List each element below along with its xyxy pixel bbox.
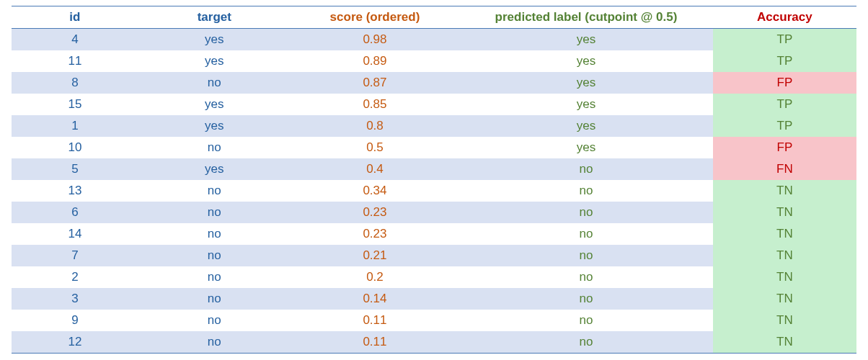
- cell-id: 7: [12, 245, 138, 266]
- cell-id: 8: [12, 72, 138, 94]
- cell-id: 5: [12, 158, 138, 180]
- cell-score: 0.2: [291, 266, 459, 288]
- cell-accuracy: TP: [713, 50, 856, 72]
- cell-id: 6: [12, 202, 138, 223]
- cell-target: no: [138, 266, 291, 288]
- cell-accuracy: TN: [713, 223, 856, 245]
- cell-id: 13: [12, 180, 138, 202]
- cell-id: 1: [12, 115, 138, 137]
- cell-accuracy: TN: [713, 310, 856, 331]
- table-row: 4yes0.98yesTP: [12, 29, 856, 51]
- cell-score: 0.11: [291, 310, 459, 331]
- table-row: 10no0.5yesFP: [12, 137, 856, 158]
- cell-id: 15: [12, 94, 138, 115]
- table-row: 7no0.21noTN: [12, 245, 856, 266]
- cell-target: yes: [138, 158, 291, 180]
- cell-score: 0.11: [291, 331, 459, 354]
- cell-predicted: no: [459, 288, 713, 310]
- cell-id: 14: [12, 223, 138, 245]
- cell-target: no: [138, 223, 291, 245]
- cell-target: no: [138, 180, 291, 202]
- cell-score: 0.87: [291, 72, 459, 94]
- cell-predicted: yes: [459, 50, 713, 72]
- table-row: 13no0.34noTN: [12, 180, 856, 202]
- cell-predicted: no: [459, 266, 713, 288]
- cell-predicted: no: [459, 245, 713, 266]
- cell-accuracy: TP: [713, 94, 856, 115]
- cell-target: yes: [138, 29, 291, 51]
- table-row: 3no0.14noTN: [12, 288, 856, 310]
- cell-predicted: no: [459, 202, 713, 223]
- cell-score: 0.23: [291, 202, 459, 223]
- cell-target: yes: [138, 94, 291, 115]
- table-row: 15yes0.85yesTP: [12, 94, 856, 115]
- header-id: id: [12, 6, 138, 29]
- cell-predicted: yes: [459, 137, 713, 158]
- cell-target: no: [138, 331, 291, 354]
- header-row: id target score (ordered) predicted labe…: [12, 6, 856, 29]
- cell-target: no: [138, 288, 291, 310]
- header-predicted: predicted label (cutpoint @ 0.5): [459, 6, 713, 29]
- cell-predicted: yes: [459, 94, 713, 115]
- cell-accuracy: TP: [713, 29, 856, 51]
- cell-target: no: [138, 202, 291, 223]
- cell-accuracy: TN: [713, 331, 856, 354]
- cell-accuracy: TN: [713, 288, 856, 310]
- cell-target: yes: [138, 115, 291, 137]
- cell-accuracy: FP: [713, 72, 856, 94]
- header-accuracy: Accuracy: [713, 6, 856, 29]
- cell-score: 0.34: [291, 180, 459, 202]
- cell-id: 4: [12, 29, 138, 51]
- table-row: 11yes0.89yesTP: [12, 50, 856, 72]
- cell-id: 3: [12, 288, 138, 310]
- cell-predicted: no: [459, 158, 713, 180]
- table-row: 8no0.87yesFP: [12, 72, 856, 94]
- cell-score: 0.4: [291, 158, 459, 180]
- cell-target: no: [138, 137, 291, 158]
- table-row: 2no0.2noTN: [12, 266, 856, 288]
- cell-predicted: no: [459, 310, 713, 331]
- cell-predicted: no: [459, 180, 713, 202]
- cell-score: 0.23: [291, 223, 459, 245]
- cell-predicted: yes: [459, 115, 713, 137]
- header-score: score (ordered): [291, 6, 459, 29]
- table-row: 12no0.11noTN: [12, 331, 856, 354]
- cell-accuracy: TN: [713, 266, 856, 288]
- cell-score: 0.85: [291, 94, 459, 115]
- cell-target: yes: [138, 50, 291, 72]
- cell-id: 10: [12, 137, 138, 158]
- cell-id: 9: [12, 310, 138, 331]
- cell-accuracy: TN: [713, 245, 856, 266]
- cell-accuracy: TN: [713, 202, 856, 223]
- cell-score: 0.98: [291, 29, 459, 51]
- cell-score: 0.14: [291, 288, 459, 310]
- cell-score: 0.21: [291, 245, 459, 266]
- cell-predicted: no: [459, 331, 713, 354]
- cell-id: 2: [12, 266, 138, 288]
- cell-id: 12: [12, 331, 138, 354]
- cell-id: 11: [12, 50, 138, 72]
- table-row: 6no0.23noTN: [12, 202, 856, 223]
- cell-accuracy: TP: [713, 115, 856, 137]
- table-body: 4yes0.98yesTP11yes0.89yesTP8no0.87yesFP1…: [12, 29, 856, 354]
- cell-accuracy: FN: [713, 158, 856, 180]
- cell-predicted: yes: [459, 29, 713, 51]
- cell-score: 0.5: [291, 137, 459, 158]
- cell-score: 0.8: [291, 115, 459, 137]
- cell-target: no: [138, 310, 291, 331]
- cell-accuracy: FP: [713, 137, 856, 158]
- header-target: target: [138, 6, 291, 29]
- classification-table: id target score (ordered) predicted labe…: [12, 6, 856, 354]
- table-row: 1yes0.8yesTP: [12, 115, 856, 137]
- table-row: 5yes0.4noFN: [12, 158, 856, 180]
- table-row: 14no0.23noTN: [12, 223, 856, 245]
- cell-predicted: yes: [459, 72, 713, 94]
- cell-target: no: [138, 72, 291, 94]
- table-row: 9no0.11noTN: [12, 310, 856, 331]
- cell-predicted: no: [459, 223, 713, 245]
- cell-score: 0.89: [291, 50, 459, 72]
- cell-accuracy: TN: [713, 180, 856, 202]
- cell-target: no: [138, 245, 291, 266]
